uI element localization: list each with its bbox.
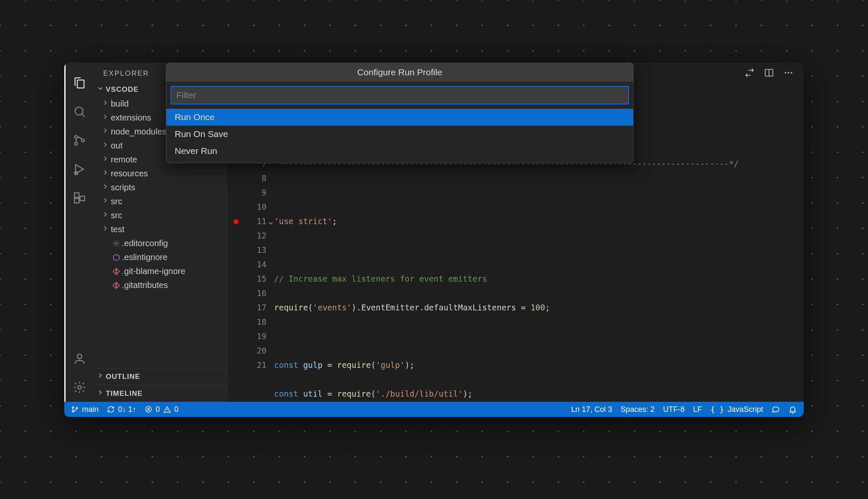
fold-icon[interactable] xyxy=(267,217,274,231)
svg-point-3 xyxy=(81,139,84,142)
file-item[interactable]: .git-blame-ignore xyxy=(93,264,228,278)
svg-point-13 xyxy=(116,283,117,284)
folder-item[interactable]: test xyxy=(93,222,228,236)
accounts-icon[interactable] xyxy=(65,344,94,373)
outline-section[interactable]: OUTLINE xyxy=(93,368,228,385)
svg-rect-5 xyxy=(74,193,79,197)
branch-name: main xyxy=(82,405,99,414)
line-number: 13 xyxy=(228,243,266,257)
warning-count: 0 xyxy=(174,405,179,414)
line-number: 16 xyxy=(228,286,266,300)
run-debug-icon[interactable] xyxy=(65,155,94,184)
chevron-right-icon xyxy=(102,169,111,178)
chevron-right-icon xyxy=(102,141,111,151)
line-number: 12 xyxy=(228,228,266,243)
quickpick-item[interactable]: Run Once xyxy=(166,109,633,126)
t: gulp xyxy=(303,360,323,370)
t: require xyxy=(337,360,371,370)
more-icon[interactable] xyxy=(783,68,794,80)
item-label: .eslintignore xyxy=(122,252,168,262)
t: './build/lib/util' xyxy=(376,389,463,398)
file-item[interactable]: .gitattributes xyxy=(93,278,228,292)
code-line: // Increase max listeners for event emit… xyxy=(274,274,487,283)
svg-point-14 xyxy=(116,286,117,287)
svg-point-10 xyxy=(115,242,118,244)
folder-item[interactable]: resources xyxy=(93,167,228,181)
split-editor-icon[interactable] xyxy=(764,68,774,80)
line-number: 15 xyxy=(228,271,266,286)
eol[interactable]: LF xyxy=(693,405,702,414)
branch-indicator[interactable]: main xyxy=(71,405,99,414)
settings-icon[interactable] xyxy=(65,373,94,402)
folder-item[interactable]: scripts xyxy=(93,181,228,195)
item-label: build xyxy=(111,99,129,109)
item-label: extensions xyxy=(111,113,151,123)
line-number: 21 xyxy=(228,358,266,372)
language-mode[interactable]: { } JavaScript xyxy=(710,405,763,414)
t: const xyxy=(274,360,303,370)
quickpick-title: Configure Run Profile xyxy=(166,63,633,82)
chevron-right-icon xyxy=(102,155,111,165)
t: require xyxy=(337,389,371,398)
item-label: src xyxy=(111,211,122,220)
svg-point-21 xyxy=(76,407,78,409)
section-label: OUTLINE xyxy=(106,373,140,381)
item-label: src xyxy=(111,197,122,206)
item-label: resources xyxy=(111,169,148,178)
chevron-right-icon xyxy=(102,225,111,234)
t: = xyxy=(322,389,337,398)
file-item[interactable]: .editorconfig xyxy=(93,236,228,250)
line-number: 8 xyxy=(228,171,266,185)
svg-rect-7 xyxy=(80,196,85,201)
svg-point-9 xyxy=(78,386,81,389)
chevron-right-icon xyxy=(102,99,111,109)
section-label: TIMELINE xyxy=(106,389,143,398)
svg-point-18 xyxy=(791,72,792,74)
line-number: 18 xyxy=(228,315,266,329)
svg-point-20 xyxy=(72,411,74,412)
quickpick-filter-input[interactable] xyxy=(170,86,629,104)
source-control-icon[interactable] xyxy=(65,126,94,155)
sync-indicator[interactable]: 0↓ 1↑ xyxy=(107,405,136,414)
chevron-right-icon xyxy=(102,113,111,123)
notifications-icon[interactable] xyxy=(788,405,797,414)
error-count: 0 xyxy=(156,405,160,414)
breakpoint-icon[interactable] xyxy=(233,219,239,224)
t: .EventEmitter.defaultMaxListeners = xyxy=(357,303,531,312)
search-icon[interactable] xyxy=(65,97,94,126)
indentation[interactable]: Spaces: 2 xyxy=(621,405,654,414)
quickpick-item[interactable]: Run On Save xyxy=(166,126,633,143)
compare-icon[interactable] xyxy=(744,68,755,80)
feedback-icon[interactable] xyxy=(772,405,780,414)
line-number: 10 xyxy=(228,200,266,214)
encoding[interactable]: UTF-8 xyxy=(663,405,684,414)
chevron-right-icon xyxy=(102,197,111,206)
sync-text: 0↓ 1↑ xyxy=(118,405,136,414)
timeline-section[interactable]: TIMELINE xyxy=(93,385,228,402)
t: 'gulp' xyxy=(376,360,405,370)
sidebar-root-label: VSCODE xyxy=(106,85,139,94)
t: util xyxy=(303,389,323,398)
chevron-right-icon xyxy=(96,372,106,381)
cursor-position[interactable]: Ln 17, Col 3 xyxy=(571,405,612,414)
quickpick-item[interactable]: Never Run xyxy=(166,143,633,159)
explorer-icon[interactable] xyxy=(65,69,94,97)
item-label: scripts xyxy=(111,183,135,192)
svg-point-17 xyxy=(788,72,789,74)
folder-item[interactable]: src xyxy=(93,195,228,208)
code-line: 'use strict' xyxy=(274,217,332,226)
t: 100 xyxy=(530,303,545,312)
line-number: 14 xyxy=(228,257,266,271)
t: const xyxy=(274,389,303,398)
quickpick-list: Run OnceRun On SaveNever Run xyxy=(166,109,633,163)
folder-item[interactable]: src xyxy=(93,208,228,222)
extensions-icon[interactable] xyxy=(65,184,94,212)
item-label: .editorconfig xyxy=(122,239,168,248)
svg-point-11 xyxy=(116,269,117,270)
file-item[interactable]: .eslintignore xyxy=(93,250,228,264)
problems-indicator[interactable]: 0 0 xyxy=(145,405,179,414)
quickpick-dialog: Configure Run Profile Run OnceRun On Sav… xyxy=(166,63,634,163)
svg-point-8 xyxy=(77,354,82,359)
line-number: 9 xyxy=(228,185,266,200)
chevron-right-icon xyxy=(96,389,106,398)
